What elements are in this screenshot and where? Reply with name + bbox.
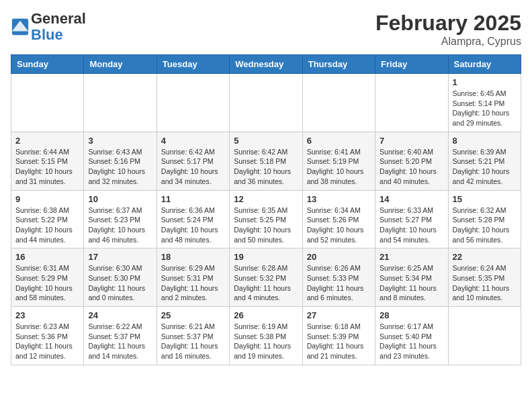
day-info: Sunrise: 6:34 AMSunset: 5:26 PMDaylight:… [307,205,371,245]
day-number: 28 [380,310,443,320]
day-number: 3 [88,136,152,146]
day-info: Sunrise: 6:43 AMSunset: 5:16 PMDaylight:… [88,147,152,187]
calendar-day-15: 15Sunrise: 6:32 AMSunset: 5:28 PMDayligh… [448,190,521,248]
day-number: 2 [15,136,79,146]
calendar-week-row: 2Sunrise: 6:44 AMSunset: 5:15 PMDaylight… [11,132,521,190]
day-number: 11 [161,194,225,204]
calendar-day-3: 3Sunrise: 6:43 AMSunset: 5:16 PMDaylight… [84,132,157,190]
calendar-day-26: 26Sunrise: 6:19 AMSunset: 5:38 PMDayligh… [230,307,302,365]
day-info: Sunrise: 6:42 AMSunset: 5:18 PMDaylight:… [234,147,298,187]
day-info: Sunrise: 6:41 AMSunset: 5:19 PMDaylight:… [307,147,371,187]
calendar-empty-cell [84,74,157,132]
calendar-day-24: 24Sunrise: 6:22 AMSunset: 5:37 PMDayligh… [84,307,157,365]
calendar-day-6: 6Sunrise: 6:41 AMSunset: 5:19 PMDaylight… [302,132,375,190]
day-number: 18 [161,252,225,262]
day-number: 15 [453,194,517,204]
day-number: 25 [161,310,225,320]
calendar-day-20: 20Sunrise: 6:26 AMSunset: 5:33 PMDayligh… [302,248,375,307]
day-info: Sunrise: 6:23 AMSunset: 5:36 PMDaylight:… [15,322,79,361]
calendar-empty-cell [448,307,521,365]
calendar-day-2: 2Sunrise: 6:44 AMSunset: 5:15 PMDaylight… [11,132,84,190]
weekday-header-tuesday: Tuesday [157,55,229,74]
calendar-week-row: 23Sunrise: 6:23 AMSunset: 5:36 PMDayligh… [11,307,521,365]
day-number: 12 [234,194,298,204]
calendar-week-row: 9Sunrise: 6:38 AMSunset: 5:22 PMDaylight… [11,190,521,248]
day-number: 9 [15,194,79,204]
day-number: 4 [161,136,225,146]
day-info: Sunrise: 6:45 AMSunset: 5:14 PMDaylight:… [453,89,517,128]
day-info: Sunrise: 6:29 AMSunset: 5:31 PMDaylight:… [161,263,225,303]
calendar-day-28: 28Sunrise: 6:17 AMSunset: 5:40 PMDayligh… [375,307,448,365]
day-number: 6 [307,136,371,146]
calendar-day-27: 27Sunrise: 6:18 AMSunset: 5:39 PMDayligh… [302,307,375,365]
calendar-day-21: 21Sunrise: 6:25 AMSunset: 5:34 PMDayligh… [375,248,448,307]
day-info: Sunrise: 6:39 AMSunset: 5:21 PMDaylight:… [453,147,517,187]
calendar-day-7: 7Sunrise: 6:40 AMSunset: 5:20 PMDaylight… [375,132,448,190]
calendar-day-1: 1Sunrise: 6:45 AMSunset: 5:14 PMDaylight… [448,74,521,132]
day-info: Sunrise: 6:44 AMSunset: 5:15 PMDaylight:… [15,147,79,187]
day-info: Sunrise: 6:32 AMSunset: 5:28 PMDaylight:… [453,205,517,245]
weekday-header-wednesday: Wednesday [230,55,302,74]
calendar-day-11: 11Sunrise: 6:36 AMSunset: 5:24 PMDayligh… [157,190,229,248]
day-info: Sunrise: 6:19 AMSunset: 5:38 PMDaylight:… [234,322,298,361]
day-info: Sunrise: 6:25 AMSunset: 5:34 PMDaylight:… [380,263,443,303]
calendar-day-12: 12Sunrise: 6:35 AMSunset: 5:25 PMDayligh… [230,190,302,248]
calendar-day-10: 10Sunrise: 6:37 AMSunset: 5:23 PMDayligh… [84,190,157,248]
calendar: SundayMondayTuesdayWednesdayThursdayFrid… [11,54,521,365]
calendar-day-19: 19Sunrise: 6:28 AMSunset: 5:32 PMDayligh… [230,248,302,307]
day-number: 26 [234,310,298,320]
day-number: 20 [307,252,371,262]
calendar-day-8: 8Sunrise: 6:39 AMSunset: 5:21 PMDaylight… [448,132,521,190]
calendar-day-13: 13Sunrise: 6:34 AMSunset: 5:26 PMDayligh… [302,190,375,248]
day-number: 8 [453,136,517,146]
calendar-day-25: 25Sunrise: 6:21 AMSunset: 5:37 PMDayligh… [157,307,229,365]
day-info: Sunrise: 6:33 AMSunset: 5:27 PMDaylight:… [380,205,443,245]
day-number: 5 [234,136,298,146]
day-info: Sunrise: 6:22 AMSunset: 5:37 PMDaylight:… [88,322,152,361]
day-info: Sunrise: 6:26 AMSunset: 5:33 PMDaylight:… [307,263,371,303]
calendar-empty-cell [302,74,375,132]
day-info: Sunrise: 6:18 AMSunset: 5:39 PMDaylight:… [307,322,371,361]
calendar-week-row: 16Sunrise: 6:31 AMSunset: 5:29 PMDayligh… [11,248,521,307]
calendar-day-16: 16Sunrise: 6:31 AMSunset: 5:29 PMDayligh… [11,248,84,307]
day-info: Sunrise: 6:28 AMSunset: 5:32 PMDaylight:… [234,263,298,303]
title-block: February 2025 Alampra, Cyprus [375,11,521,48]
day-number: 16 [15,252,79,262]
calendar-header-row: SundayMondayTuesdayWednesdayThursdayFrid… [11,55,521,74]
calendar-empty-cell [230,74,302,132]
day-number: 10 [88,194,152,204]
weekday-header-sunday: Sunday [11,55,84,74]
calendar-week-row: 1Sunrise: 6:45 AMSunset: 5:14 PMDaylight… [11,74,521,132]
day-number: 24 [88,310,152,320]
location: Alampra, Cyprus [375,36,521,48]
calendar-day-22: 22Sunrise: 6:24 AMSunset: 5:35 PMDayligh… [448,248,521,307]
day-number: 1 [453,77,517,87]
calendar-day-4: 4Sunrise: 6:42 AMSunset: 5:17 PMDaylight… [157,132,229,190]
day-info: Sunrise: 6:38 AMSunset: 5:22 PMDaylight:… [15,205,79,245]
weekday-header-monday: Monday [84,55,157,74]
day-number: 22 [453,252,517,262]
day-info: Sunrise: 6:42 AMSunset: 5:17 PMDaylight:… [161,147,225,187]
day-info: Sunrise: 6:30 AMSunset: 5:30 PMDaylight:… [88,263,152,303]
day-number: 7 [380,136,443,146]
calendar-day-17: 17Sunrise: 6:30 AMSunset: 5:30 PMDayligh… [84,248,157,307]
day-number: 14 [380,194,443,204]
calendar-empty-cell [157,74,229,132]
weekday-header-saturday: Saturday [448,55,521,74]
day-number: 19 [234,252,298,262]
calendar-empty-cell [11,74,84,132]
weekday-header-thursday: Thursday [302,55,375,74]
day-info: Sunrise: 6:35 AMSunset: 5:25 PMDaylight:… [234,205,298,245]
day-info: Sunrise: 6:24 AMSunset: 5:35 PMDaylight:… [453,263,517,303]
day-info: Sunrise: 6:37 AMSunset: 5:23 PMDaylight:… [88,205,152,245]
calendar-day-23: 23Sunrise: 6:23 AMSunset: 5:36 PMDayligh… [11,307,84,365]
calendar-day-5: 5Sunrise: 6:42 AMSunset: 5:18 PMDaylight… [230,132,302,190]
day-info: Sunrise: 6:31 AMSunset: 5:29 PMDaylight:… [15,263,79,303]
day-number: 23 [15,310,79,320]
logo-general: General [31,11,86,27]
calendar-empty-cell [375,74,448,132]
weekday-header-friday: Friday [375,55,448,74]
day-info: Sunrise: 6:21 AMSunset: 5:37 PMDaylight:… [161,322,225,361]
logo: General Blue [11,11,86,43]
day-info: Sunrise: 6:17 AMSunset: 5:40 PMDaylight:… [380,322,443,361]
